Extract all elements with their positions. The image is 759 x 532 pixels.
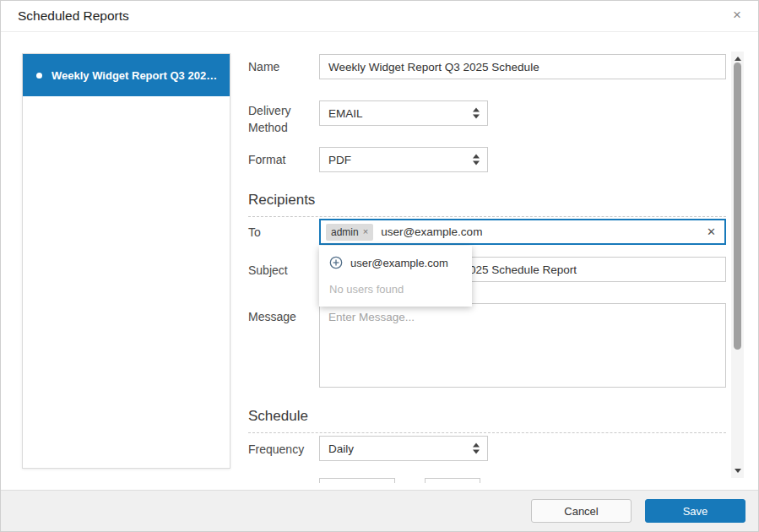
vertical-scrollbar[interactable] bbox=[731, 52, 744, 478]
subject-label: Subject bbox=[248, 263, 288, 277]
circle-plus-icon bbox=[329, 256, 343, 269]
recipients-to-field[interactable]: admin × user@example.com ✕ bbox=[319, 219, 726, 245]
list-item-label: Weekly Widget Report Q3 202… bbox=[52, 69, 217, 82]
cancel-button[interactable]: Cancel bbox=[531, 499, 632, 523]
message-textarea[interactable] bbox=[319, 303, 726, 388]
frequency-select[interactable]: Daily bbox=[319, 436, 488, 461]
recipient-tag-label: admin bbox=[331, 226, 359, 238]
recipient-suggestions-dropdown: user@example.com No users found bbox=[319, 246, 472, 307]
message-label: Message bbox=[248, 310, 296, 323]
recipient-tag: admin × bbox=[326, 224, 373, 241]
dialog-header: Scheduled Reports bbox=[1, 1, 758, 32]
frequency-value: Daily bbox=[328, 442, 354, 455]
remove-tag-icon[interactable]: × bbox=[363, 227, 368, 236]
close-icon[interactable]: × bbox=[728, 7, 746, 23]
to-label: To bbox=[248, 225, 261, 239]
delivery-method-label: Delivery Method bbox=[248, 102, 302, 136]
format-select[interactable]: PDF bbox=[319, 147, 488, 172]
format-label: Format bbox=[248, 153, 285, 166]
list-item-selected[interactable]: Weekly Widget Report Q3 202… bbox=[23, 54, 230, 96]
save-button[interactable]: Save bbox=[645, 499, 745, 523]
scroll-down-icon[interactable] bbox=[731, 464, 744, 477]
format-value: PDF bbox=[328, 154, 351, 166]
cut-off-input[interactable] bbox=[425, 478, 480, 483]
suggestion-add-item[interactable]: user@example.com bbox=[319, 249, 472, 276]
recipients-section-heading: Recipients bbox=[248, 192, 726, 217]
scheduled-reports-dialog: Scheduled Reports × Weekly Widget Report… bbox=[0, 0, 759, 532]
bullet-icon bbox=[36, 73, 42, 79]
delivery-method-select[interactable]: EMAIL bbox=[319, 100, 488, 126]
delivery-method-value: EMAIL bbox=[328, 107, 363, 120]
dialog-footer: Cancel Save bbox=[1, 490, 758, 531]
name-label: Name bbox=[248, 60, 279, 73]
clear-field-icon[interactable]: ✕ bbox=[707, 226, 716, 237]
dialog-title: Scheduled Reports bbox=[18, 8, 129, 24]
chevron-updown-icon bbox=[473, 443, 480, 454]
scrollbar-thumb[interactable] bbox=[734, 62, 741, 350]
no-users-found-text: No users found bbox=[319, 276, 472, 303]
schedule-section-heading: Schedule bbox=[248, 408, 726, 433]
chevron-updown-icon bbox=[473, 108, 480, 119]
to-typed-text: user@example.com bbox=[381, 225, 707, 238]
cut-off-input[interactable] bbox=[319, 478, 395, 483]
frequency-label: Frequency bbox=[248, 442, 304, 456]
name-input[interactable] bbox=[319, 54, 726, 79]
schedule-list-panel: Weekly Widget Report Q3 202… bbox=[22, 53, 230, 469]
chevron-updown-icon bbox=[473, 155, 480, 166]
suggestion-add-label: user@example.com bbox=[350, 257, 448, 269]
